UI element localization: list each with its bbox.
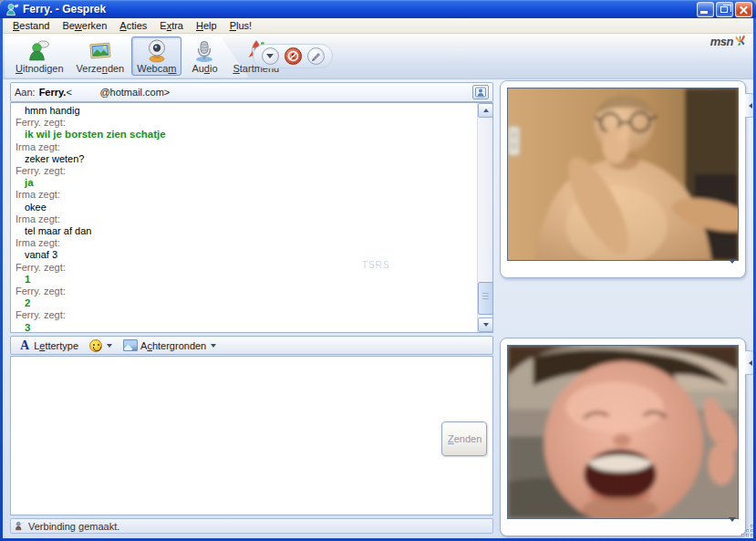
msn-butterfly-icon <box>734 35 746 47</box>
arrow-down-icon <box>483 323 489 327</box>
emoticon-button[interactable] <box>86 338 116 353</box>
restore-button[interactable] <box>716 2 733 17</box>
toolbar-button-verzenden[interactable]: Verzenden <box>71 36 130 76</box>
status-text: Verbinding gemaakt. <box>28 521 119 532</box>
backgrounds-button[interactable]: Achtergronden <box>119 338 220 352</box>
chat-message: 1 <box>11 274 477 286</box>
minimize-icon <box>700 11 708 14</box>
chat-history: hmm handigFerry. zegt:ik wil je borsten … <box>10 102 493 333</box>
chat-sender-label: Ferry. zegt: <box>11 262 477 274</box>
menu-item-acties[interactable]: Acties <box>113 19 153 32</box>
chat-message: tel maar af dan <box>11 225 477 237</box>
local-webcam-toolbar <box>507 522 739 533</box>
chat-sender-label: Irma zegt: <box>11 213 477 225</box>
chat-message: ik wil je borsten zien schatje <box>11 129 477 140</box>
close-button[interactable] <box>735 2 752 17</box>
message-input-area: Zenden <box>10 356 493 515</box>
chat-message: vanaf 3 <box>11 249 477 261</box>
chevron-left-icon <box>749 360 752 366</box>
send-picture-icon <box>88 39 112 63</box>
toolbar-button-label: Uitnodigen <box>16 63 64 74</box>
toolbar: UitnodigenVerzendenWebcamAudioStartmenu … <box>3 34 753 79</box>
format-bar: A Lettertype Achtergronden <box>10 336 493 355</box>
chevron-left-icon <box>749 103 752 109</box>
chat-sender-label: Irma zegt: <box>11 189 477 201</box>
microphone-icon <box>192 39 216 63</box>
webcam-icon <box>145 39 169 63</box>
arrow-up-icon <box>483 109 489 112</box>
scroll-up-button[interactable] <box>478 103 493 118</box>
local-webcam-panel <box>500 338 746 536</box>
recipient-bar: Aan: Ferry. < @hotmail.com> <box>10 82 493 102</box>
toolbar-button-label: Verzenden <box>77 63 125 74</box>
font-letter-icon: A <box>20 338 29 353</box>
draw-button[interactable] <box>307 47 325 65</box>
msn-logo: msn <box>710 35 746 48</box>
messenger-buddy-icon <box>5 3 20 16</box>
local-webcam-video <box>507 345 739 519</box>
toolbar-button-webcam[interactable]: Webcam <box>131 36 181 76</box>
scroll-down-button[interactable] <box>478 317 493 332</box>
message-input[interactable] <box>11 357 434 515</box>
menu-item-bestand[interactable]: Bestand <box>6 19 56 32</box>
webcam-options-button[interactable] <box>729 522 736 533</box>
scrollbar-thumb[interactable] <box>478 282 493 315</box>
recipient-name: Ferry. <box>39 87 67 98</box>
menu-item-plus[interactable]: Plus! <box>223 19 258 32</box>
restore-icon <box>720 6 728 13</box>
webcam-options-button[interactable] <box>729 264 736 275</box>
remote-webcam-toolbar <box>507 264 739 275</box>
toolbar-button-uitnodigen[interactable]: Uitnodigen <box>10 36 69 76</box>
chat-scrollbar[interactable] <box>477 103 492 332</box>
local-webcam-side-tab[interactable] <box>745 350 753 375</box>
backgrounds-button-label: Achtergronden <box>140 340 206 351</box>
chat-message: 2 <box>11 297 477 309</box>
recipient-label: Aan: <box>15 87 36 98</box>
chat-history-content: hmm handigFerry. zegt:ik wil je borsten … <box>11 103 477 332</box>
draw-pen-icon <box>310 50 322 62</box>
chevron-down-icon <box>729 259 736 275</box>
messenger-buddy-icon <box>15 521 25 531</box>
chat-sender-label: Ferry. zegt: <box>11 165 477 177</box>
window-title: Ferry. - Gesprek <box>23 3 697 16</box>
toolbar-round-group <box>253 44 333 68</box>
title-bar: Ferry. - Gesprek <box>0 0 756 18</box>
chevron-down-icon <box>211 344 216 348</box>
toolbar-buttons: UitnodigenVerzendenWebcamAudioStartmenu <box>10 36 285 76</box>
smiley-icon <box>89 339 102 352</box>
contact-card-icon <box>475 87 486 98</box>
font-button[interactable]: A Lettertype <box>16 338 82 354</box>
resize-grip-icon <box>740 523 753 537</box>
background-picture-icon <box>123 339 138 351</box>
chevron-down-icon <box>729 517 736 533</box>
resize-grip[interactable] <box>740 523 753 537</box>
chat-sender-label: Ferry. zegt: <box>11 286 477 297</box>
menu-item-help[interactable]: Help <box>190 19 223 32</box>
chevron-down-button[interactable] <box>262 47 279 65</box>
chat-sender-label: Ferry. zegt: <box>11 309 477 321</box>
chat-message: zeker weten? <box>11 153 477 165</box>
font-button-label: Lettertype <box>34 340 78 351</box>
chat-message: ja <box>11 177 477 189</box>
block-button[interactable] <box>285 47 302 65</box>
invite-buddy-icon <box>27 39 51 63</box>
send-button[interactable]: Zenden <box>441 421 487 456</box>
chat-sender-label: Irma zegt: <box>11 141 477 153</box>
window-body: BestandBewerkenActiesExtraHelpPlus! Uitn… <box>3 18 753 538</box>
remote-webcam-panel <box>500 80 746 278</box>
messenger-conversation-window: Ferry. - Gesprek BestandBewerkenActiesEx… <box>0 0 756 541</box>
status-bar: Verbinding gemaakt. <box>10 518 493 534</box>
contact-card-button[interactable] <box>472 85 489 99</box>
remote-webcam-video <box>507 88 739 261</box>
chat-sender-label: Ferry. zegt: <box>11 117 477 129</box>
menu-item-extra[interactable]: Extra <box>153 19 190 32</box>
remote-webcam-side-tab[interactable] <box>745 93 753 118</box>
chat-message: 3 <box>11 322 477 332</box>
toolbar-button-label: Webcam <box>137 63 176 74</box>
minimize-button[interactable] <box>697 2 714 17</box>
recipient-address: < @hotmail.com> <box>66 87 170 98</box>
toolbar-button-audio[interactable]: Audio <box>183 36 225 76</box>
chat-message: okee <box>11 202 477 213</box>
menu-item-bewerken[interactable]: Bewerken <box>56 19 113 32</box>
chevron-down-icon <box>266 54 274 58</box>
